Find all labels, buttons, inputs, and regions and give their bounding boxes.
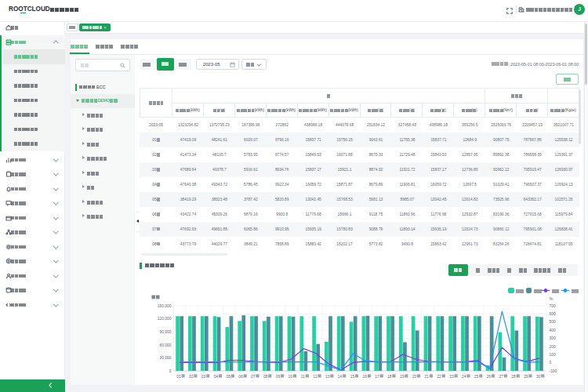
- svg-text:13: 13: [325, 375, 330, 379]
- svg-text:600: 600: [550, 312, 556, 316]
- svg-text:21: 21: [425, 375, 430, 379]
- svg-text:16: 16: [362, 375, 367, 379]
- svg-text:120,000: 120,000: [158, 317, 172, 321]
- svg-text:0: 0: [550, 361, 552, 365]
- svg-text:07: 07: [251, 375, 256, 379]
- svg-text:17: 17: [375, 375, 379, 379]
- svg-text:26: 26: [487, 375, 492, 379]
- svg-text:24: 24: [462, 375, 466, 379]
- svg-text:03: 03: [201, 375, 206, 379]
- svg-text:18: 18: [387, 375, 392, 379]
- svg-text:90,000: 90,000: [160, 330, 172, 334]
- svg-text:14: 14: [338, 375, 343, 379]
- svg-text:04: 04: [214, 375, 219, 379]
- svg-text:-100: -100: [550, 369, 557, 373]
- svg-text:700: 700: [550, 304, 556, 308]
- svg-text:30,000: 30,000: [160, 356, 172, 360]
- svg-text:27: 27: [499, 375, 504, 379]
- svg-text:150,000: 150,000: [158, 304, 172, 308]
- svg-text:400: 400: [550, 328, 556, 332]
- svg-text:200: 200: [550, 345, 556, 349]
- svg-text:05: 05: [226, 375, 230, 379]
- svg-text:15: 15: [350, 375, 355, 379]
- svg-text:22: 22: [437, 375, 441, 379]
- svg-text:12: 12: [313, 375, 318, 379]
- svg-text:100: 100: [550, 353, 556, 357]
- svg-text:30: 30: [536, 375, 541, 379]
- svg-text:28: 28: [511, 375, 516, 379]
- svg-text:25: 25: [474, 375, 479, 379]
- svg-text:08: 08: [263, 375, 268, 379]
- svg-text:19: 19: [400, 375, 405, 379]
- svg-text:01: 01: [176, 375, 181, 379]
- svg-text:0: 0: [169, 369, 172, 373]
- svg-text:60,000: 60,000: [160, 343, 172, 347]
- svg-text:09: 09: [276, 375, 281, 379]
- svg-text:300: 300: [550, 336, 556, 340]
- svg-text:06: 06: [238, 375, 243, 379]
- svg-text:10: 10: [289, 375, 293, 379]
- svg-text:29: 29: [524, 375, 528, 379]
- svg-text:20: 20: [412, 375, 417, 379]
- svg-text:500: 500: [550, 320, 556, 324]
- svg-text:11: 11: [301, 375, 305, 379]
- svg-text:02: 02: [189, 375, 194, 379]
- svg-text:23: 23: [449, 375, 454, 379]
- svg-text:%: %: [550, 296, 554, 301]
